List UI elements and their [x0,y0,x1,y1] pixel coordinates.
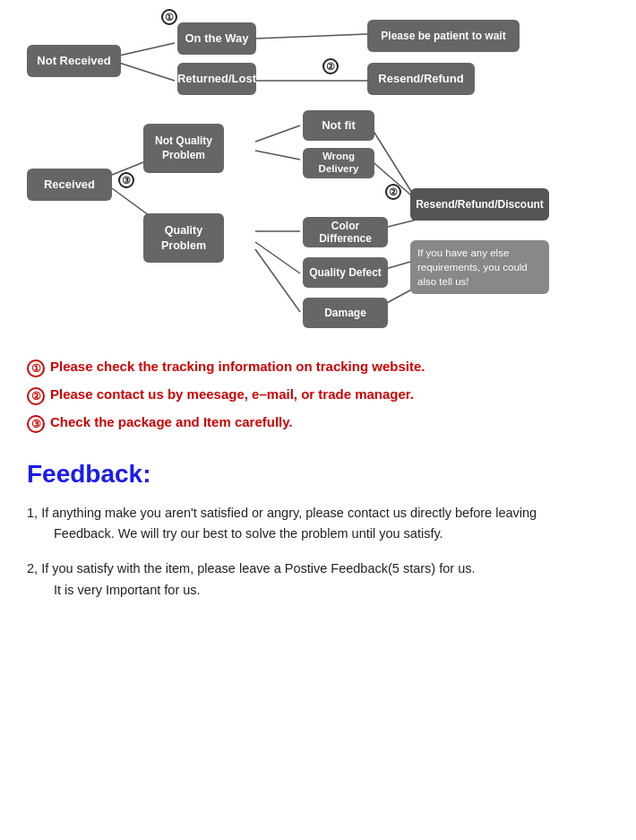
instruction-1-num: ① [27,359,45,377]
svg-line-11 [255,242,300,273]
feedback-2-number: 2, [27,561,38,576]
box-please-wait: Please be patient to wait [367,20,520,52]
instruction-3: ③ Check the package and Item carefully. [27,414,618,433]
feedback-section: Feedback: 1, If anything make you aren't… [18,460,618,601]
instruction-3-num: ③ [27,415,45,433]
box-damage: Damage [303,298,388,328]
box-quality-defect: Quality Defect [303,257,388,288]
svg-line-0 [119,43,175,56]
instruction-2: ② Please contact us by meesage, e–mail, … [27,386,618,405]
circle-1: ① [161,9,177,25]
svg-line-2 [255,34,367,39]
instruction-1-text: Please check the tracking information on… [50,359,425,374]
feedback-2-indent: It is very Important for us. [27,580,609,601]
instruction-3-text: Check the package and Item carefully. [50,414,293,429]
flowchart: Not Received On the Way Returned/Lost Pl… [18,9,618,350]
circle-2-bottom: ② [385,184,401,200]
svg-line-12 [255,249,300,312]
feedback-1-number: 1, [27,506,38,520]
svg-line-6 [255,126,300,142]
feedback-item-2: 2, If you satisfy with the item, please … [27,559,609,600]
box-color-difference: Color Difference [303,217,388,247]
instruction-1: ① Please check the tracking information … [27,359,618,377]
box-quality-problem: Quality Problem [143,213,224,263]
feedback-1-indent: Feedback. We will try our best to solve … [27,524,609,544]
box-not-fit: Not fit [303,110,374,141]
box-note: If you have any else requirements, you c… [410,240,549,294]
box-resend-refund: Resend/Refund [367,63,475,95]
instruction-2-num: ② [27,387,45,405]
box-resend-refund-discount: Resend/Refund/Discount [410,188,549,221]
feedback-1-main: If anything make you aren't satisfied or… [41,506,537,520]
svg-line-1 [119,63,175,81]
instruction-2-text: Please contact us by meesage, e–mail, or… [50,386,414,402]
circle-2-top: ② [322,58,339,74]
box-not-received: Not Received [27,45,121,77]
box-received: Received [27,169,112,201]
svg-line-7 [255,151,300,160]
feedback-title: Feedback: [27,460,609,489]
box-on-the-way: On the Way [177,22,256,55]
feedback-item-1: 1, If anything make you aren't satisfied… [27,503,609,544]
feedback-2-main: If you satisfy with the item, please lea… [41,561,475,576]
box-not-quality-problem: Not Quality Problem [143,124,224,173]
instructions-section: ① Please check the tracking information … [27,359,618,433]
box-wrong-delivery: Wrong Delivery [303,148,374,178]
box-returned-lost: Returned/Lost [177,63,256,95]
circle-3: ③ [118,172,134,188]
